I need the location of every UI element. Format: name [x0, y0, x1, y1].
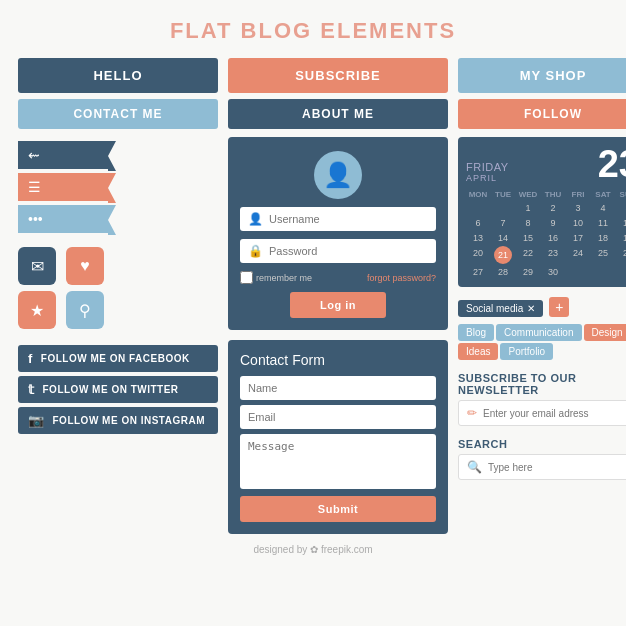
instagram-button[interactable]: 📷 FOLLOW ME ON INSTAGRAM: [18, 407, 218, 434]
calendar-day[interactable]: 29: [516, 265, 540, 279]
ribbon-group: ⇜ ☰ •••: [18, 141, 218, 233]
heart-button[interactable]: ♥: [66, 247, 104, 285]
calendar-day[interactable]: 10: [566, 216, 590, 230]
calendar-day[interactable]: 3: [566, 201, 590, 215]
dots-icon: •••: [28, 211, 43, 227]
calendar-day[interactable]: 24: [566, 246, 590, 264]
password-input[interactable]: [269, 245, 428, 257]
avatar: 👤: [314, 151, 362, 199]
menu-ribbon[interactable]: ☰: [18, 173, 108, 201]
message-input[interactable]: [240, 434, 436, 489]
username-input[interactable]: [269, 213, 428, 225]
calendar-day[interactable]: 19: [616, 231, 626, 245]
calendar-day[interactable]: 12: [616, 216, 626, 230]
search-section: SEARCH 🔍: [458, 438, 626, 480]
calendar-day[interactable]: 28: [491, 265, 515, 279]
calendar-day[interactable]: 1: [516, 201, 540, 215]
login-button[interactable]: Log in: [290, 292, 386, 318]
pin-button[interactable]: ⚲: [66, 291, 104, 329]
instagram-label: FOLLOW ME ON INSTAGRAM: [53, 415, 205, 426]
middle-column: SUBSCRIBE ABOUT ME 👤 👤 🔒 remember me for…: [228, 58, 448, 534]
tag-item[interactable]: Portfolio: [500, 343, 553, 360]
calendar-day: [591, 265, 615, 279]
tags-list: BlogCommunicationDesignIdeasPortfolio: [458, 322, 626, 360]
password-field[interactable]: 🔒: [240, 239, 436, 263]
myshop-button[interactable]: MY SHOP: [458, 58, 626, 93]
calendar-day[interactable]: 22: [516, 246, 540, 264]
pencil-icon: ✏: [467, 406, 477, 420]
facebook-button[interactable]: f FOLLOW ME ON FACEBOOK: [18, 345, 218, 372]
newsletter-input[interactable]: [483, 408, 626, 419]
search-label: SEARCH: [458, 438, 626, 450]
search-icon: 🔍: [467, 460, 482, 474]
calendar-day[interactable]: 30: [541, 265, 565, 279]
star-button[interactable]: ★: [18, 291, 56, 329]
calendar-day[interactable]: 15: [516, 231, 540, 245]
calendar-day[interactable]: 16: [541, 231, 565, 245]
remember-checkbox[interactable]: [240, 271, 253, 284]
subscribe-button[interactable]: SUBSCRIBE: [228, 58, 448, 93]
search-input-wrapper[interactable]: 🔍: [458, 454, 626, 480]
add-tag-button[interactable]: +: [549, 297, 569, 317]
contact-me-button[interactable]: CONTACT ME: [18, 99, 218, 129]
calendar-day[interactable]: 18: [591, 231, 615, 245]
remember-me-label[interactable]: remember me: [240, 271, 312, 284]
calendar-day[interactable]: 17: [566, 231, 590, 245]
submit-button[interactable]: Submit: [240, 496, 436, 522]
calendar-day[interactable]: 23: [541, 246, 565, 264]
calendar-day: [491, 201, 515, 215]
calendar-day[interactable]: 14: [491, 231, 515, 245]
twitter-icon: 𝕥: [28, 382, 35, 397]
calendar-day[interactable]: 8: [516, 216, 540, 230]
dots-ribbon[interactable]: •••: [18, 205, 108, 233]
forgot-password-link[interactable]: forgot password?: [367, 273, 436, 283]
calendar-header-THU: THU: [541, 189, 565, 200]
calendar-day[interactable]: 6: [466, 216, 490, 230]
calendar-day-name: FRIDAY: [466, 161, 509, 173]
active-tag[interactable]: Social media ✕: [458, 300, 543, 317]
menu-icon: ☰: [28, 179, 41, 195]
follow-button[interactable]: FOLLOW: [458, 99, 626, 129]
footer: designed by ✿ freepik.com: [0, 544, 626, 563]
tag-item[interactable]: Blog: [458, 324, 494, 341]
contact-form-card: Contact Form Submit: [228, 340, 448, 534]
calendar-day[interactable]: 4: [591, 201, 615, 215]
calendar-day[interactable]: 9: [541, 216, 565, 230]
name-input[interactable]: [240, 376, 436, 400]
calendar-day[interactable]: 5: [616, 201, 626, 215]
hello-button[interactable]: HELLO: [18, 58, 218, 93]
newsletter-label: SUBSCRIBE TO OUR NEWSLETTER: [458, 372, 626, 396]
tags-section: Social media ✕ + BlogCommunicationDesign…: [458, 297, 626, 360]
calendar-day[interactable]: 7: [491, 216, 515, 230]
lock-icon: 🔒: [248, 244, 263, 258]
tag-item[interactable]: Design: [584, 324, 627, 341]
calendar-day[interactable]: 26: [616, 246, 626, 264]
tag-item[interactable]: Ideas: [458, 343, 498, 360]
aboutme-button[interactable]: ABOUT ME: [228, 99, 448, 129]
mail-button[interactable]: ✉: [18, 247, 56, 285]
calendar-header-MON: MON: [466, 189, 490, 200]
share-ribbon[interactable]: ⇜: [18, 141, 108, 169]
left-column: HELLO CONTACT ME ⇜ ☰ ••• ✉ ♥ ★ ⚲ f FOLLO…: [18, 58, 218, 534]
calendar-grid: MONTUEWEDTHUFRISATSUN1234567891011121314…: [466, 189, 626, 279]
calendar-day-number: 23: [598, 145, 626, 183]
calendar-day[interactable]: 21: [494, 246, 512, 264]
username-field[interactable]: 👤: [240, 207, 436, 231]
newsletter-input-wrapper[interactable]: ✏: [458, 400, 626, 426]
email-input[interactable]: [240, 405, 436, 429]
calendar-day[interactable]: 13: [466, 231, 490, 245]
calendar-day[interactable]: 20: [466, 246, 490, 264]
calendar-day[interactable]: 25: [591, 246, 615, 264]
close-icon[interactable]: ✕: [527, 303, 535, 314]
calendar-day[interactable]: 2: [541, 201, 565, 215]
tag-item[interactable]: Communication: [496, 324, 581, 341]
twitter-button[interactable]: 𝕥 FOLLOW ME ON TWITTER: [18, 376, 218, 403]
calendar-header-FRI: FRI: [566, 189, 590, 200]
calendar-header-TUE: TUE: [491, 189, 515, 200]
calendar-day[interactable]: 11: [591, 216, 615, 230]
calendar-day[interactable]: 27: [466, 265, 490, 279]
right-column: MY SHOP FOLLOW FRIDAY APRIL 23 MONTUEWED…: [458, 58, 626, 534]
calendar-day: [616, 265, 626, 279]
search-input[interactable]: [488, 462, 626, 473]
calendar-month: APRIL: [466, 173, 509, 183]
